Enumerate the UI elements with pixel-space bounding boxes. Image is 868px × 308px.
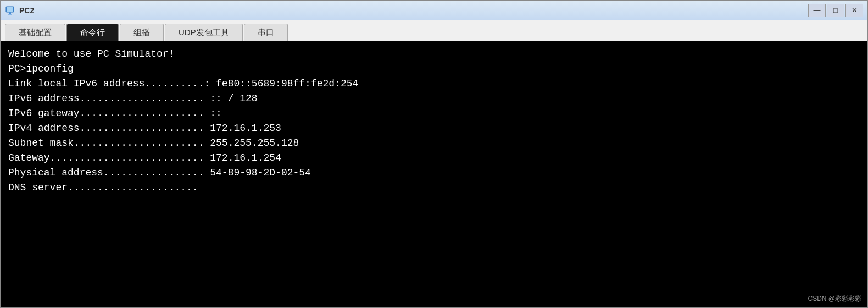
tab-basic[interactable]: 基础配置 (5, 24, 65, 41)
tab-cmd[interactable]: 命令行 (66, 24, 119, 41)
terminal-line: IPv6 gateway..................... :: (8, 106, 860, 121)
tab-bar: 基础配置 命令行 组播 UDP发包工具 串口 (1, 20, 867, 41)
svg-rect-1 (9, 12, 11, 14)
terminal-line: Physical address................. 54-89-… (8, 166, 860, 180)
tab-multicast[interactable]: 组播 (120, 24, 164, 41)
terminal-line: Gateway.......................... 172.16… (8, 151, 860, 166)
svg-rect-3 (7, 7, 13, 12)
terminal-line: PC>ipconfig (8, 62, 860, 76)
tab-serial[interactable]: 串口 (244, 24, 288, 41)
terminal-line: Welcome to use PC Simulator! (8, 47, 860, 62)
terminal-area[interactable]: Welcome to use PC Simulator!PC>ipconfigL… (1, 41, 867, 307)
title-bar: PC2 — □ ✕ (1, 1, 867, 20)
watermark: CSDN @彩彩彩彩 (808, 294, 861, 304)
pc-icon (5, 5, 16, 16)
window-title: PC2 (19, 6, 34, 15)
window-controls: — □ ✕ (808, 4, 863, 17)
svg-rect-2 (8, 14, 12, 15)
maximize-button[interactable]: □ (827, 4, 844, 17)
terminal-line: IPv6 address..................... :: / 1… (8, 91, 860, 106)
terminal-line: IPv4 address..................... 172.16… (8, 121, 860, 136)
terminal-line: DNS server...................... (8, 180, 860, 195)
terminal-line: Link local IPv6 address..........: fe80:… (8, 76, 860, 91)
tab-udp[interactable]: UDP发包工具 (165, 24, 243, 41)
title-left: PC2 (5, 5, 34, 16)
close-button[interactable]: ✕ (845, 4, 863, 17)
main-window: PC2 — □ ✕ 基础配置 命令行 组播 UDP发包工具 串口 Welcome… (0, 0, 868, 308)
minimize-button[interactable]: — (808, 4, 826, 17)
terminal-line: Subnet mask...................... 255.25… (8, 136, 860, 151)
